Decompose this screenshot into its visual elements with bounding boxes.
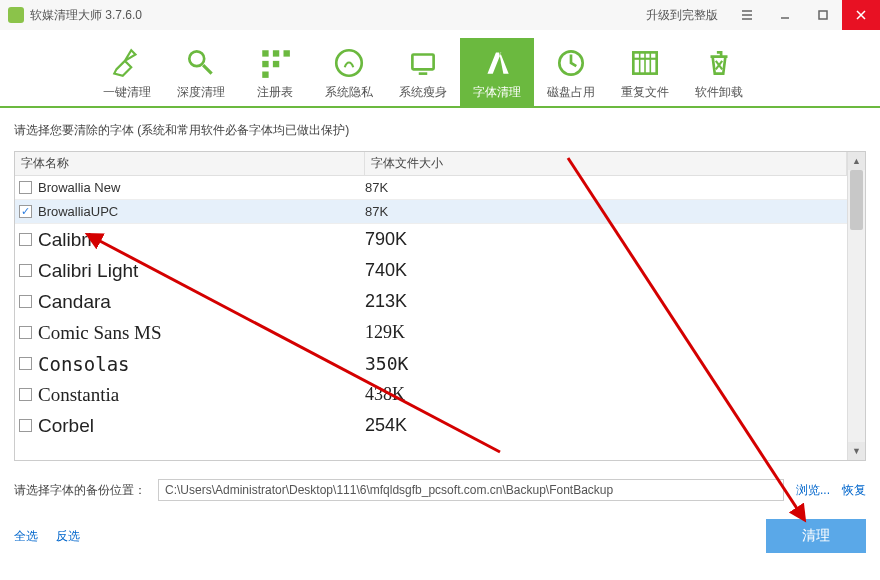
tab-icon xyxy=(628,44,662,82)
font-row[interactable]: Candara213K xyxy=(15,286,847,317)
upgrade-link[interactable]: 升级到完整版 xyxy=(646,7,718,24)
font-size: 740K xyxy=(365,260,847,281)
tab-label: 深度清理 xyxy=(177,84,225,101)
tab-label: 系统隐私 xyxy=(325,84,373,101)
font-name: Candara xyxy=(38,291,111,313)
restore-link[interactable]: 恢复 xyxy=(842,482,866,499)
scroll-down-button[interactable]: ▼ xyxy=(848,442,865,460)
menu-button[interactable] xyxy=(728,0,766,30)
font-size: 790K xyxy=(365,229,847,250)
font-row[interactable]: Browallia New87K xyxy=(15,176,847,200)
font-size: 87K xyxy=(365,180,847,195)
clean-button[interactable]: 清理 xyxy=(766,519,866,553)
tab-icon xyxy=(258,44,292,82)
font-name: BrowalliaUPC xyxy=(38,204,118,219)
tab-icon xyxy=(110,44,144,82)
invert-link[interactable]: 反选 xyxy=(56,528,80,545)
font-name: Consolas xyxy=(38,353,130,375)
svg-rect-6 xyxy=(262,60,268,66)
font-row[interactable]: Calibri Light740K xyxy=(15,255,847,286)
app-logo xyxy=(8,7,24,23)
tab-4[interactable]: 系统瘦身 xyxy=(386,38,460,106)
font-name: Constantia xyxy=(38,384,119,406)
app-title: 软媒清理大师 3.7.6.0 xyxy=(30,7,646,24)
font-table: 字体名称 字体文件大小 Browallia New87KBrowalliaUPC… xyxy=(14,151,866,461)
tab-1[interactable]: 深度清理 xyxy=(164,38,238,106)
browse-link[interactable]: 浏览... xyxy=(796,482,830,499)
tab-label: 字体清理 xyxy=(473,84,521,101)
select-all-link[interactable]: 全选 xyxy=(14,528,38,545)
scroll-track[interactable] xyxy=(848,170,865,442)
backup-path-input[interactable] xyxy=(158,479,784,501)
tab-icon xyxy=(480,44,514,82)
tab-5[interactable]: 字体清理 xyxy=(460,38,534,106)
tab-6[interactable]: 磁盘占用 xyxy=(534,38,608,106)
tab-icon xyxy=(702,44,736,82)
font-row[interactable]: Calibri790K xyxy=(15,224,847,255)
tab-8[interactable]: 软件卸载 xyxy=(682,38,756,106)
tab-label: 系统瘦身 xyxy=(399,84,447,101)
svg-rect-0 xyxy=(819,11,827,19)
svg-rect-10 xyxy=(412,54,433,69)
table-header: 字体名称 字体文件大小 xyxy=(15,152,847,176)
tab-label: 重复文件 xyxy=(621,84,669,101)
font-name: Calibri xyxy=(38,229,92,251)
row-checkbox[interactable] xyxy=(19,357,32,370)
font-row[interactable]: Comic Sans MS129K xyxy=(15,317,847,348)
titlebar: 软媒清理大师 3.7.6.0 升级到完整版 xyxy=(0,0,880,30)
backup-label: 请选择字体的备份位置： xyxy=(14,482,146,499)
font-name: Comic Sans MS xyxy=(38,322,162,344)
row-checkbox[interactable] xyxy=(19,295,32,308)
tab-label: 磁盘占用 xyxy=(547,84,595,101)
font-size: 254K xyxy=(365,415,847,436)
font-name: Calibri Light xyxy=(38,260,138,282)
tab-icon xyxy=(332,44,366,82)
maximize-button[interactable] xyxy=(804,0,842,30)
svg-rect-4 xyxy=(273,50,279,56)
font-row[interactable]: Consolas350K xyxy=(15,348,847,379)
tab-0[interactable]: 一键清理 xyxy=(90,38,164,106)
font-size: 438K xyxy=(365,384,847,405)
scroll-thumb[interactable] xyxy=(850,170,863,230)
svg-rect-5 xyxy=(284,50,290,56)
row-checkbox[interactable] xyxy=(19,205,32,218)
font-row[interactable]: BrowalliaUPC87K xyxy=(15,200,847,224)
tab-icon xyxy=(184,44,218,82)
tab-label: 注册表 xyxy=(257,84,293,101)
scrollbar[interactable]: ▲ ▼ xyxy=(847,152,865,460)
font-size: 350K xyxy=(365,353,847,374)
tab-icon xyxy=(406,44,440,82)
font-size: 213K xyxy=(365,291,847,312)
font-size: 129K xyxy=(365,322,847,343)
svg-point-1 xyxy=(189,51,204,66)
col-name[interactable]: 字体名称 xyxy=(15,152,365,175)
row-checkbox[interactable] xyxy=(19,233,32,246)
row-checkbox[interactable] xyxy=(19,264,32,277)
minimize-button[interactable] xyxy=(766,0,804,30)
tab-label: 软件卸载 xyxy=(695,84,743,101)
svg-line-2 xyxy=(203,65,212,74)
row-checkbox[interactable] xyxy=(19,326,32,339)
font-name: Corbel xyxy=(38,415,94,437)
tab-label: 一键清理 xyxy=(103,84,151,101)
scroll-up-button[interactable]: ▲ xyxy=(848,152,865,170)
font-row[interactable]: Corbel254K xyxy=(15,410,847,441)
font-name: Browallia New xyxy=(38,180,120,195)
tab-7[interactable]: 重复文件 xyxy=(608,38,682,106)
font-size: 87K xyxy=(365,204,847,219)
tab-3[interactable]: 系统隐私 xyxy=(312,38,386,106)
tab-icon xyxy=(554,44,588,82)
svg-rect-7 xyxy=(273,60,279,66)
row-checkbox[interactable] xyxy=(19,388,32,401)
prompt-text: 请选择您要清除的字体 (系统和常用软件必备字体均已做出保护) xyxy=(14,122,866,139)
font-row[interactable]: Constantia438K xyxy=(15,379,847,410)
tab-2[interactable]: 注册表 xyxy=(238,38,312,106)
col-size[interactable]: 字体文件大小 xyxy=(365,152,847,175)
close-button[interactable] xyxy=(842,0,880,30)
svg-rect-8 xyxy=(262,71,268,77)
svg-rect-3 xyxy=(262,50,268,56)
row-checkbox[interactable] xyxy=(19,419,32,432)
row-checkbox[interactable] xyxy=(19,181,32,194)
toolbar: 一键清理深度清理注册表系统隐私系统瘦身字体清理磁盘占用重复文件软件卸载 xyxy=(0,30,880,108)
